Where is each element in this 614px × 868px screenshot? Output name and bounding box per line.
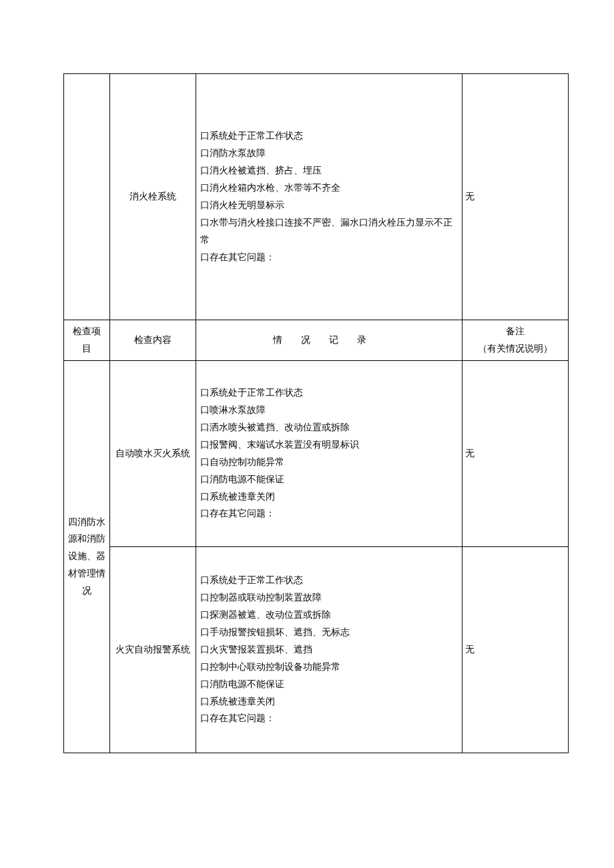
table-row: 四消防水源和消防设施、器材管理情况 自动喷水灭火系统 口系统处于正常工作状态 口… — [64, 360, 569, 546]
content-cell: 自动喷水灭火系统 — [110, 360, 196, 546]
record-line: 口系统处于正常工作状态 — [200, 127, 459, 145]
record-line: 口火灾警报装置损坏、遮挡 — [200, 641, 459, 659]
record-line: 口喷淋水泵故障 — [200, 402, 459, 419]
header-remark: 备注 （有关情况说明） — [463, 320, 569, 361]
record-line: 口消防电源不能保证 — [200, 471, 459, 488]
record-line: 口水带与消火栓接口连接不严密、漏水口消火栓压力显示不正常 — [200, 214, 459, 249]
project-cell-section: 四消防水源和消防设施、器材管理情况 — [64, 360, 110, 753]
record-line: 口系统被违章关闭 — [200, 693, 459, 711]
record-line: 口消防水泵故障 — [200, 145, 459, 162]
remark-cell: 无 — [463, 546, 569, 753]
record-line: 口洒水喷头被遮挡、改动位置或拆除 — [200, 419, 459, 436]
header-project-l2: 目 — [67, 340, 107, 358]
content-cell: 火灾自动报警系统 — [110, 546, 196, 753]
record-line: 口消火栓箱内水枪、水带等不齐全 — [200, 179, 459, 197]
record-cell: 口系统处于正常工作状态 口消防水泵故障 口消火栓被遮挡、挤占、埋压 口消火栓箱内… — [196, 74, 463, 320]
record-line: 口消火栓无明显标示 — [200, 197, 459, 214]
header-remark-l1: 备注 — [465, 323, 565, 340]
header-remark-l2: （有关情况说明） — [465, 340, 565, 358]
record-line: 口探测器被遮、改动位置或拆除 — [200, 606, 459, 624]
record-cell: 口系统处于正常工作状态 口喷淋水泵故障 口洒水喷头被遮挡、改动位置或拆除 口报警… — [196, 360, 463, 546]
project-cell-empty — [64, 74, 110, 320]
record-line: 口手动报警按钮损坏、遮挡、无标志 — [200, 624, 459, 641]
header-project: 检查项 目 — [64, 320, 110, 361]
table-header-row: 检查项 目 检查内容 情况记录 备注 （有关情况说明） — [64, 320, 569, 361]
remark-cell: 无 — [463, 360, 569, 546]
remark-cell: 无 — [463, 74, 569, 320]
record-line: 口控制器或联动控制装置故障 — [200, 589, 459, 606]
header-record: 情况记录 — [196, 320, 463, 361]
record-line: 口系统被违章关闭 — [200, 488, 459, 506]
inspection-table: 消火栓系统 口系统处于正常工作状态 口消防水泵故障 口消火栓被遮挡、挤占、埋压 … — [63, 73, 569, 753]
record-line: 口系统处于正常工作状态 — [200, 384, 459, 402]
record-line: 口存在其它问题： — [200, 505, 459, 522]
table-row: 火灾自动报警系统 口系统处于正常工作状态 口控制器或联动控制装置故障 口探测器被… — [64, 546, 569, 753]
header-content: 检查内容 — [110, 320, 196, 361]
record-lines: 口系统处于正常工作状态 口控制器或联动控制装置故障 口探测器被遮、改动位置或拆除… — [199, 572, 459, 727]
header-record-text: 情况记录 — [273, 335, 385, 345]
record-line: 口报警阀、末端试水装置没有明显标识 — [200, 436, 459, 454]
record-lines: 口系统处于正常工作状态 口喷淋水泵故障 口洒水喷头被遮挡、改动位置或拆除 口报警… — [199, 384, 459, 522]
header-project-l1: 检查项 — [67, 323, 107, 340]
table-row: 消火栓系统 口系统处于正常工作状态 口消防水泵故障 口消火栓被遮挡、挤占、埋压 … — [64, 74, 569, 320]
record-line: 口系统处于正常工作状态 — [200, 572, 459, 589]
record-line: 口存在其它问题： — [200, 249, 459, 266]
record-line: 口消火栓被遮挡、挤占、埋压 — [200, 162, 459, 179]
record-line: 口控制中心联动控制设备功能异常 — [200, 659, 459, 676]
record-line: 口自动控制功能异常 — [200, 454, 459, 471]
content-cell: 消火栓系统 — [110, 74, 196, 320]
record-line: 口存在其它问题： — [200, 710, 459, 727]
record-line: 口消防电源不能保证 — [200, 676, 459, 693]
record-lines: 口系统处于正常工作状态 口消防水泵故障 口消火栓被遮挡、挤占、埋压 口消火栓箱内… — [199, 127, 459, 266]
record-cell: 口系统处于正常工作状态 口控制器或联动控制装置故障 口探测器被遮、改动位置或拆除… — [196, 546, 463, 753]
document-page: 消火栓系统 口系统处于正常工作状态 口消防水泵故障 口消火栓被遮挡、挤占、埋压 … — [0, 0, 614, 827]
